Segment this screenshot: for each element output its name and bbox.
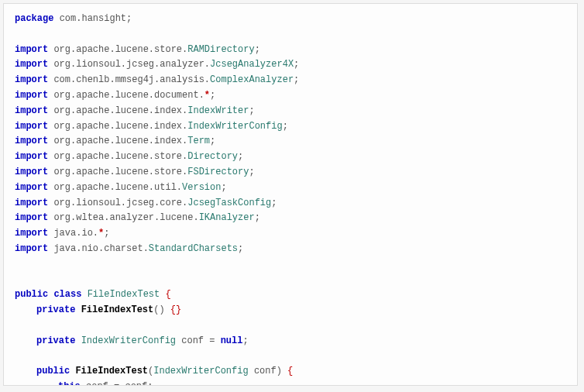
- code-content: package com.hansight; import org.apache.…: [15, 12, 566, 386]
- import-star: *: [204, 90, 210, 101]
- import-path: org.wltea.analyzer.lucene.: [53, 212, 198, 223]
- import-class: IndexWriter: [187, 105, 249, 116]
- import-class: RAMDirectory: [187, 44, 254, 55]
- import-path: org.apache.lucene.util.: [53, 182, 182, 193]
- keyword-import: import: [15, 243, 48, 254]
- keyword-import: import: [15, 59, 48, 70]
- keyword-private: private: [36, 335, 75, 346]
- open-brace: {: [287, 366, 293, 377]
- param-name: conf: [254, 366, 277, 377]
- import-path: org.apache.lucene.index.: [53, 105, 187, 116]
- field-type: IndexWriterConfig: [81, 335, 176, 346]
- import-path: org.apache.lucene.index.: [53, 121, 187, 132]
- keyword-import: import: [15, 212, 48, 223]
- import-class: Term: [187, 136, 210, 146]
- keyword-import: import: [15, 44, 48, 55]
- import-class: FSDirectory: [187, 167, 249, 177]
- equals: =: [209, 335, 215, 346]
- keyword-private: private: [36, 304, 75, 315]
- import-class: Directory: [187, 151, 238, 162]
- keyword-import: import: [15, 198, 48, 208]
- import-path: org.lionsoul.jcseg.core.: [53, 198, 187, 208]
- open-brace: {: [165, 289, 170, 300]
- import-path: org.apache.lucene.index.: [53, 136, 187, 146]
- import-path: java.nio.charset.: [53, 243, 148, 254]
- keyword-import: import: [15, 74, 48, 85]
- keyword-import: import: [15, 136, 48, 146]
- import-class: IKAnalyzer: [199, 212, 255, 223]
- import-path: org.apache.lucene.store.: [53, 167, 187, 177]
- keyword-package: package: [15, 13, 53, 24]
- keyword-import: import: [15, 151, 48, 162]
- constructor-name: FileIndexTest: [81, 304, 154, 315]
- import-path: java.io.: [53, 228, 98, 239]
- import-path: org.apache.lucene.store.: [53, 44, 187, 55]
- import-path: org.apache.lucene.store.: [53, 151, 187, 162]
- field-ref: conf: [86, 381, 108, 386]
- keyword-import: import: [15, 90, 48, 101]
- field-name: conf: [181, 335, 204, 346]
- param-type: IndexWriterConfig: [153, 366, 248, 377]
- import-class: ComplexAnalyzer: [210, 74, 294, 85]
- package-path: com.hansight: [60, 13, 126, 24]
- import-class: StandardCharsets: [149, 243, 238, 254]
- keyword-import: import: [15, 182, 48, 193]
- semicolon: ;: [126, 13, 132, 24]
- constructor-name: FileIndexTest: [75, 366, 148, 377]
- keyword-import: import: [15, 121, 48, 132]
- keyword-class: class: [53, 289, 81, 300]
- import-class: JcsegAnalyzer4X: [210, 59, 294, 70]
- import-path: org.lionsoul.jcseg.analyzer.: [53, 59, 210, 70]
- import-path: org.apache.lucene.document.: [53, 90, 204, 101]
- import-class: IndexWriterConfig: [187, 121, 282, 132]
- null-literal: null: [221, 335, 243, 346]
- keyword-import: import: [15, 105, 48, 116]
- keyword-import: import: [15, 228, 48, 239]
- rhs: conf: [125, 381, 147, 386]
- keyword-this: this: [58, 381, 81, 386]
- keyword-import: import: [15, 167, 48, 177]
- code-block: package com.hansight; import org.apache.…: [3, 3, 578, 386]
- import-class: JcsegTaskConfig: [187, 198, 271, 208]
- import-class: Version: [182, 182, 221, 193]
- import-path: com.chenlb.mmseg4j.analysis.: [53, 74, 210, 85]
- class-name: FileIndexTest: [88, 289, 160, 300]
- keyword-public: public: [36, 366, 70, 377]
- keyword-public: public: [15, 289, 48, 300]
- empty-body: {}: [170, 304, 181, 315]
